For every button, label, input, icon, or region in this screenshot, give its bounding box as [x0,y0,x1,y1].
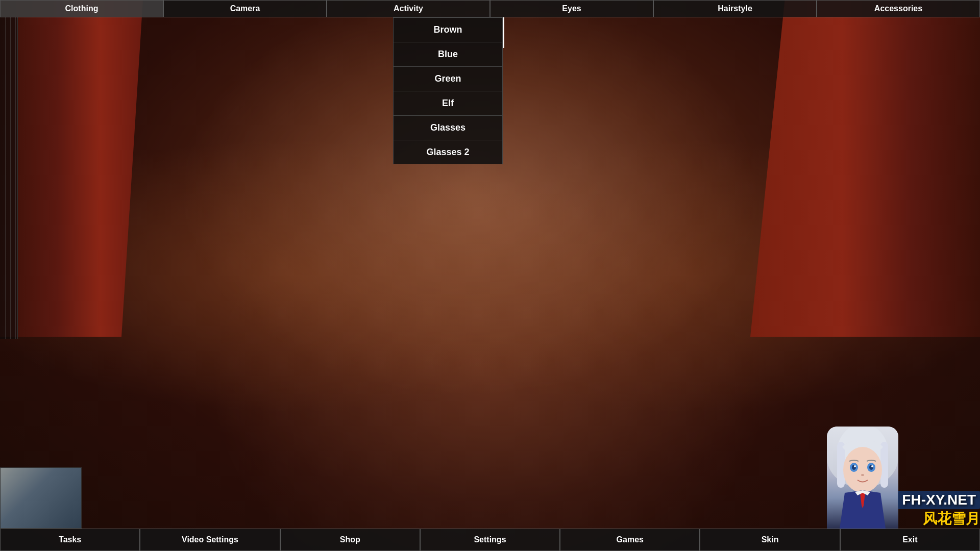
top-navigation: ClothingCameraActivityEyesHairstyleAcces… [0,0,980,17]
left-panel-strip [0,17,18,339]
bottom-preview-thumbnail [0,467,82,529]
bottom-nav-btn-tasks[interactable]: Tasks [0,529,140,551]
brand-site: FH-XY.NET [898,491,980,509]
brand-chinese: 风花雪月 [923,509,980,529]
decorative-line [15,17,16,339]
eye-option-blue[interactable]: Blue [393,42,503,66]
hair-right [750,0,980,337]
decorative-line [5,17,6,339]
bottom-nav-btn-settings[interactable]: Settings [420,529,560,551]
top-nav-btn-clothing[interactable]: Clothing [0,0,163,17]
bottom-nav-btn-exit[interactable]: Exit [840,529,980,551]
hair-left [0,0,143,337]
eye-option-glasses[interactable]: Glasses [393,115,503,140]
eye-option-green[interactable]: Green [393,66,503,91]
bottom-nav-btn-video-settings[interactable]: Video Settings [140,529,280,551]
decorative-line [10,17,11,339]
eye-option-glasses2[interactable]: Glasses 2 [393,140,503,164]
top-nav-btn-camera[interactable]: Camera [163,0,327,17]
scrollbar-thumb[interactable] [503,17,504,48]
top-nav-btn-accessories[interactable]: Accessories [817,0,980,17]
top-nav-btn-activity[interactable]: Activity [327,0,490,17]
eyes-scrollbar[interactable] [502,17,505,165]
eye-option-brown[interactable]: Brown [393,17,503,42]
branding-area: FH-XY.NET 风花雪月 [806,427,980,529]
bottom-nav-btn-skin[interactable]: Skin [700,529,840,551]
eyes-dropdown-panel: BrownBlueGreenElfGlassesGlasses 2 [393,17,503,164]
bottom-navigation: TasksVideo SettingsShopSettingsGamesSkin… [0,529,980,551]
top-nav-btn-hairstyle[interactable]: Hairstyle [653,0,817,17]
bottom-nav-btn-shop[interactable]: Shop [280,529,420,551]
top-nav-btn-eyes[interactable]: Eyes [490,0,653,17]
bottom-nav-btn-games[interactable]: Games [560,529,700,551]
eye-option-elf[interactable]: Elf [393,91,503,115]
